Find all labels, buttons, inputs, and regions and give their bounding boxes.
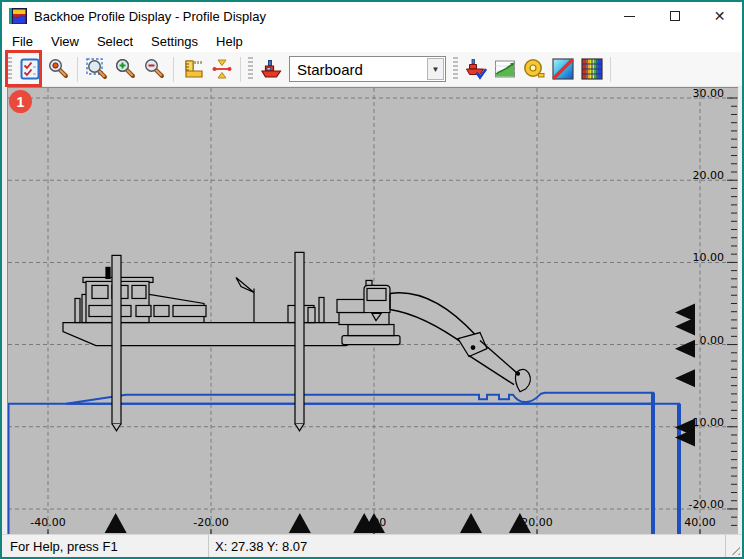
- vessel-button[interactable]: [256, 55, 285, 84]
- y-axis-label: 0.00: [700, 334, 724, 347]
- profile-display-canvas[interactable]: -40.00-20.000.0020.0040.0030.0020.0010.0…: [7, 87, 738, 534]
- measure-distance-button[interactable]: [207, 55, 236, 84]
- minimize-button[interactable]: [607, 2, 652, 30]
- chart-icon: [493, 57, 517, 81]
- maximize-icon: [670, 11, 680, 21]
- menu-bar: File View Select Settings Help: [2, 30, 742, 52]
- checklist-icon: [18, 57, 42, 81]
- title-bar: Backhoe Profile Display - Profile Displa…: [2, 2, 742, 30]
- profile-chart-button[interactable]: [490, 55, 519, 84]
- ruler-icon: [181, 57, 205, 81]
- zoom-window-icon: [85, 57, 109, 81]
- toolbar-separator: [240, 57, 241, 82]
- magnifier-icon: [47, 57, 71, 81]
- color-matrix-button[interactable]: [577, 55, 606, 84]
- tape-measure-button[interactable]: [519, 55, 548, 84]
- zoom-in-icon: [114, 57, 138, 81]
- seabed-profile: [9, 393, 680, 534]
- boat-icon: [259, 57, 283, 81]
- menu-select[interactable]: Select: [88, 32, 142, 51]
- spud-forward: [112, 255, 121, 430]
- zoom-out-button[interactable]: [140, 55, 169, 84]
- x-axis-label: 40.00: [684, 516, 715, 529]
- right-marker-triangle: [675, 340, 695, 358]
- close-icon: ✕: [714, 9, 726, 23]
- zoom-window-button[interactable]: [82, 55, 111, 84]
- menu-view[interactable]: View: [42, 32, 88, 51]
- window-title: Backhoe Profile Display - Profile Displa…: [34, 9, 607, 24]
- bottom-marker-triangle: [289, 513, 311, 533]
- y-axis-label: 30.00: [693, 88, 724, 100]
- menu-file[interactable]: File: [3, 32, 42, 51]
- hull: [63, 323, 361, 346]
- zoom-out-icon: [143, 57, 167, 81]
- spud-aft: [295, 252, 304, 430]
- bottom-marker-triangle: [460, 513, 482, 533]
- annotation-step-badge: 1: [9, 90, 32, 113]
- excavator: [337, 280, 530, 391]
- x-axis-label: -40.00: [30, 516, 65, 529]
- status-help-text: For Help, press F1: [2, 539, 208, 554]
- section-view-button[interactable]: [548, 55, 577, 84]
- canvas-area: -40.00-20.000.0020.0040.0030.0020.0010.0…: [2, 87, 742, 534]
- zoom-in-button[interactable]: [111, 55, 140, 84]
- boat-check-icon: [464, 57, 488, 81]
- minimize-icon: [624, 16, 635, 17]
- toolbar-separator: [77, 57, 78, 82]
- distance-icon: [210, 57, 234, 81]
- profile-svg: -40.00-20.000.0020.0040.0030.0020.0010.0…: [8, 88, 738, 534]
- right-marker-triangle: [675, 317, 695, 335]
- bottom-marker-triangle: [105, 513, 127, 533]
- profile-selector-value: Starboard: [290, 61, 427, 78]
- status-coordinates: X: 27.38 Y: 8.07: [209, 539, 725, 554]
- menu-help[interactable]: Help: [207, 32, 252, 51]
- right-marker-triangle: [675, 369, 695, 387]
- menu-settings[interactable]: Settings: [142, 32, 207, 51]
- x-axis-label: -20.00: [193, 516, 228, 529]
- toolbar: Starboard ▼: [2, 52, 742, 87]
- toolbar-grip[interactable]: [453, 57, 458, 81]
- close-button[interactable]: ✕: [697, 2, 742, 30]
- section-icon: [551, 57, 575, 81]
- toolbar-separator: [610, 57, 611, 82]
- vessel-select-button[interactable]: [461, 55, 490, 84]
- app-icon: [9, 7, 27, 25]
- ruler-button[interactable]: [178, 55, 207, 84]
- colormap-icon: [580, 57, 604, 81]
- zoom-tool-button[interactable]: [44, 55, 73, 84]
- tape-measure-icon: [522, 57, 546, 81]
- y-axis-label: 10.00: [693, 251, 724, 264]
- y-axis-label: 20.00: [693, 169, 724, 182]
- toolbar-grip[interactable]: [7, 57, 12, 81]
- chevron-down-icon[interactable]: ▼: [427, 58, 444, 80]
- y-axis-label: -20.00: [689, 498, 724, 511]
- resize-grip[interactable]: [726, 535, 742, 557]
- select-profile-button[interactable]: [15, 55, 44, 84]
- toolbar-grip[interactable]: [248, 57, 253, 81]
- app-window: Backhoe Profile Display - Profile Displa…: [0, 0, 744, 559]
- profile-selector[interactable]: Starboard ▼: [289, 56, 446, 82]
- status-bar: For Help, press F1 X: 27.38 Y: 8.07: [2, 534, 742, 557]
- maximize-button[interactable]: [652, 2, 697, 30]
- toolbar-separator: [173, 57, 174, 82]
